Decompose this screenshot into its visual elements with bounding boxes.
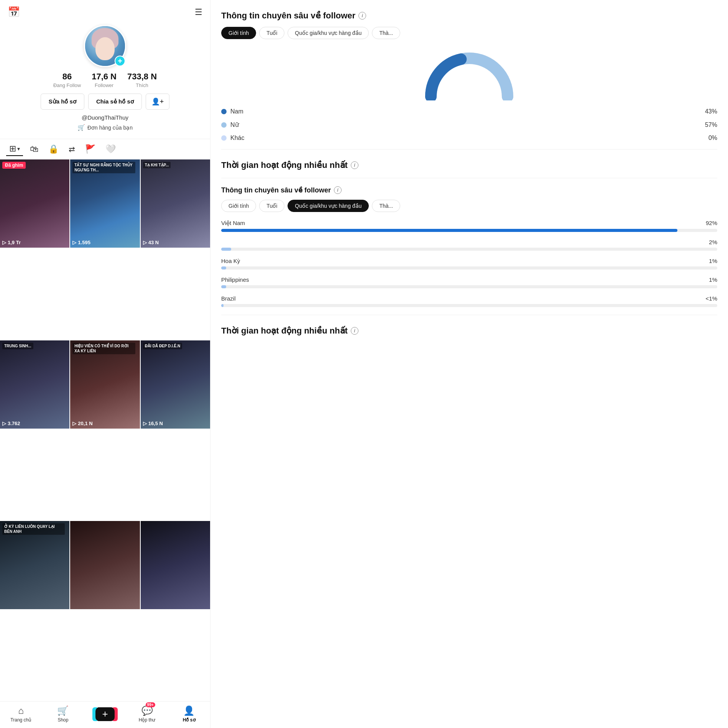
pct-3: 1% bbox=[709, 258, 717, 264]
grid-icon: ⊞ bbox=[9, 144, 16, 154]
heart-icon: 🤍 bbox=[105, 144, 116, 154]
left-panel: 📅 ☰ + 86 Đang Follow 17,6 N Follower bbox=[0, 0, 210, 728]
add-profile-button[interactable]: + bbox=[115, 56, 125, 66]
video-item-2[interactable]: TẤT SỰ NGHI RẰNG TỘC THỦY NGƯNG TH... ▷ … bbox=[70, 159, 140, 248]
add-friend-icon: 👤+ bbox=[151, 97, 164, 106]
following-stat: 86 Đang Follow bbox=[53, 72, 81, 88]
bottom-nav: ⌂ Trang chủ 🛒 Shop + 💬 99+ Hộp thư 👤 Hồ … bbox=[0, 701, 210, 728]
filter-country-1[interactable]: Quốc gia/khu vực hàng đầu bbox=[288, 27, 369, 39]
bar-fill-1 bbox=[221, 229, 677, 232]
calendar-icon[interactable]: 📅 bbox=[8, 6, 20, 18]
home-label: Trang chủ bbox=[10, 717, 31, 723]
tab-grid[interactable]: ⊞ ▾ bbox=[6, 142, 23, 156]
play-icon-2: ▷ bbox=[72, 240, 76, 245]
info-icon-4[interactable]: i bbox=[351, 327, 358, 335]
section-follower-info-1: Thông tin chuyên sâu về follower i bbox=[221, 11, 717, 21]
pct-2: 2% bbox=[709, 239, 717, 245]
info-icon-3[interactable]: i bbox=[334, 186, 342, 194]
profile-nav-label: Hồ sơ bbox=[183, 717, 196, 723]
bar-brazil: Brazil <1% bbox=[221, 295, 717, 307]
video-item-6[interactable]: ĐÃI DÃ ĐEP D.I.Ê.N ▷ 16,5 N bbox=[141, 340, 210, 429]
video-item-8[interactable] bbox=[70, 521, 140, 609]
filter-country-2[interactable]: Quốc gia/khu vực hàng đầu bbox=[288, 200, 369, 212]
video-item-7[interactable]: Ở KỲ LIÊN LUÔN QUAY LẠI BÊN ANH bbox=[0, 521, 69, 609]
view-count-6: ▷ 16,5 N bbox=[143, 421, 163, 426]
country-3: Hoa Kỳ bbox=[221, 258, 240, 264]
plus-icon: + bbox=[95, 707, 115, 721]
bar-track-2 bbox=[221, 248, 717, 251]
country-4: Philippines bbox=[221, 276, 249, 283]
nav-shop[interactable]: 🛒 Shop bbox=[42, 705, 84, 723]
repost-icon: ⇄ bbox=[69, 145, 75, 154]
profile-section: + 86 Đang Follow 17,6 N Follower 733,8 N… bbox=[0, 21, 210, 139]
video-item-5[interactable]: HIỆU VIÊN CÓ THỂ VÌ DO RỜI XA KỲ LIÊN ▷ … bbox=[70, 340, 140, 429]
donut-chart bbox=[221, 47, 717, 100]
edit-profile-button[interactable]: Sửa hồ sơ bbox=[41, 94, 84, 110]
shop-nav-label: Shop bbox=[58, 717, 68, 723]
cart-icon: 🛒 bbox=[77, 124, 85, 131]
nav-inbox[interactable]: 💬 99+ Hộp thư bbox=[126, 705, 168, 723]
bar-track-1 bbox=[221, 229, 717, 232]
order-link[interactable]: 🛒 Đơn hàng của bạn bbox=[77, 124, 133, 131]
tab-repost[interactable]: ⇄ bbox=[66, 143, 78, 155]
view-count-4: ▷ 3.762 bbox=[2, 421, 20, 426]
filter-gender-1[interactable]: Giới tính bbox=[221, 27, 256, 39]
tab-shop[interactable]: 🛍 bbox=[27, 143, 41, 156]
legend-male: Nam 43% bbox=[221, 108, 717, 115]
tab-flag[interactable]: 🚩 bbox=[82, 143, 99, 156]
video-item-1[interactable]: Đã ghim ▷ 1,9 Tr bbox=[0, 159, 69, 248]
add-friend-button[interactable]: 👤+ bbox=[146, 94, 170, 110]
followers-count: 17,6 N bbox=[92, 72, 117, 82]
filter-tabs-1: Giới tính Tuổi Quốc gia/khu vực hàng đầu… bbox=[221, 27, 717, 39]
bar-fill-3 bbox=[221, 266, 226, 270]
dropdown-arrow: ▾ bbox=[17, 146, 20, 152]
info-icon-2[interactable]: i bbox=[351, 161, 358, 169]
video-text-6: ĐÃI DÃ ĐEP D.I.Ê.N bbox=[143, 343, 182, 349]
other-dot bbox=[221, 135, 227, 141]
bar-fill-2 bbox=[221, 248, 231, 251]
male-pct: 43% bbox=[705, 108, 717, 115]
menu-icon[interactable]: ☰ bbox=[195, 7, 202, 17]
inbox-label: Hộp thư bbox=[139, 717, 156, 723]
filter-gender-2[interactable]: Giới tính bbox=[221, 200, 256, 212]
tab-lock[interactable]: 🔒 bbox=[45, 143, 62, 156]
bar-fill-5 bbox=[221, 304, 223, 307]
gender-legend: Nam 43% Nữ 57% Khác 0% bbox=[221, 108, 717, 141]
filter-more-2[interactable]: Thà... bbox=[372, 200, 400, 212]
tabs-bar: ⊞ ▾ 🛍 🔒 ⇄ 🚩 🤍 bbox=[0, 139, 210, 159]
video-item-3[interactable]: TẠ KHI TẬP... ▷ 43 N bbox=[141, 159, 210, 248]
action-row: Sửa hồ sơ Chia sẻ hồ sơ 👤+ bbox=[41, 94, 170, 110]
section-follower-info-2: Thông tin chuyên sâu về follower i bbox=[221, 186, 717, 194]
lock-icon: 🔒 bbox=[48, 144, 59, 154]
tab-heart[interactable]: 🤍 bbox=[102, 143, 119, 156]
filter-age-1[interactable]: Tuổi bbox=[259, 27, 284, 39]
view-count-2: ▷ 1.595 bbox=[72, 240, 90, 245]
section-active-time-2: Thời gian hoạt động nhiều nhất i bbox=[221, 326, 717, 336]
pinned-badge: Đã ghim bbox=[2, 162, 26, 169]
filter-more-1[interactable]: Thà... bbox=[372, 27, 400, 39]
bar-track-4 bbox=[221, 285, 717, 288]
create-button[interactable]: + bbox=[95, 707, 115, 721]
bar-track-5 bbox=[221, 304, 717, 307]
nav-home[interactable]: ⌂ Trang chủ bbox=[0, 705, 42, 723]
video-item-9[interactable] bbox=[141, 521, 210, 609]
bar-fill-4 bbox=[221, 285, 226, 288]
view-count-5: ▷ 20,1 N bbox=[72, 421, 92, 426]
share-profile-button[interactable]: Chia sẻ hồ sơ bbox=[88, 94, 142, 110]
filter-tabs-2: Giới tính Tuổi Quốc gia/khu vực hàng đầu… bbox=[221, 200, 717, 212]
right-panel: Thông tin chuyên sâu về follower i Giới … bbox=[210, 0, 728, 728]
inbox-badge: 99+ bbox=[146, 702, 155, 707]
pct-5: <1% bbox=[706, 295, 717, 302]
country-5: Brazil bbox=[221, 295, 236, 302]
nav-create[interactable]: + bbox=[84, 707, 126, 721]
inbox-icon: 💬 99+ bbox=[141, 705, 153, 716]
video-item-4[interactable]: TRUNG SINH... ▷ 3.762 bbox=[0, 340, 69, 429]
followers-label: Follower bbox=[95, 82, 113, 88]
nav-profile[interactable]: 👤 Hồ sơ bbox=[168, 705, 210, 723]
filter-age-2[interactable]: Tuổi bbox=[259, 200, 284, 212]
video-text-5: HIỆU VIÊN CÓ THỂ VÌ DO RỜI XA KỲ LIÊN bbox=[72, 343, 135, 354]
flag-icon: 🚩 bbox=[85, 144, 95, 154]
video-text-4: TRUNG SINH... bbox=[2, 343, 33, 349]
info-icon-1[interactable]: i bbox=[358, 12, 366, 20]
bar-vietnam: Việt Nam 92% bbox=[221, 220, 717, 232]
